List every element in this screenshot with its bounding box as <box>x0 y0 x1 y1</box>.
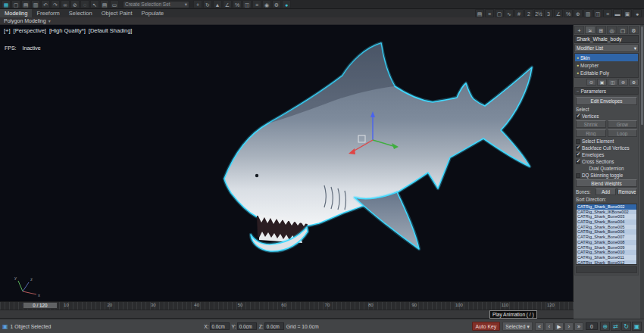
collapsed-rollout-header[interactable] <box>576 266 637 273</box>
y-coordinate-field[interactable]: 0.0cm <box>237 322 257 330</box>
display-toggle-icon[interactable]: ▢ <box>495 9 504 17</box>
bone-list-item[interactable]: CATRig_Shark_IKBone002 <box>577 210 636 215</box>
add-bone-button[interactable]: Add <box>596 188 615 195</box>
unlink-icon[interactable]: ⊘ <box>70 0 80 8</box>
render-production-icon[interactable]: ● <box>633 9 642 17</box>
blend-weights-button[interactable]: Blend Weights <box>576 179 637 187</box>
loop-button[interactable]: Loop <box>608 129 638 137</box>
modifier-stack-item-morpher[interactable]: ●Morpher <box>575 61 638 69</box>
align-icon[interactable]: ≡ <box>603 9 612 17</box>
shrink-button[interactable]: Shrink <box>576 120 606 128</box>
utilities-tab[interactable]: ⚙ <box>629 26 639 34</box>
angle-snap-icon[interactable]: ∠ <box>554 9 563 17</box>
shark-pectoral-fin[interactable] <box>355 192 419 249</box>
select-element-checkbox[interactable]: Select Element <box>576 138 637 144</box>
current-frame-field[interactable]: 0 <box>586 322 598 330</box>
select-and-scale-icon[interactable]: ▲ <box>213 0 222 8</box>
edit-envelopes-button[interactable]: Edit Envelopes <box>576 97 637 105</box>
viewport-canvas[interactable]: x y z <box>0 25 574 301</box>
remove-modifier-icon[interactable]: ⊘ <box>618 79 628 86</box>
hierarchy-tab[interactable]: ⊞ <box>596 26 606 34</box>
curve-editor-icon[interactable]: ∿ <box>505 9 514 17</box>
align-icon[interactable]: ≡ <box>252 0 261 8</box>
open-file-icon[interactable]: ▤ <box>21 0 30 8</box>
render-setup-icon[interactable]: ⚙ <box>272 0 281 8</box>
create-tab[interactable]: + <box>574 26 584 34</box>
select-and-move-icon[interactable]: + <box>193 0 202 8</box>
bone-list-item[interactable]: CATRig_Shark_Bone006 <box>577 229 636 235</box>
modifier-list-dropdown[interactable]: Modifier List ▾ <box>574 44 639 52</box>
save-file-icon[interactable]: ▥ <box>31 0 40 8</box>
bone-list-item[interactable]: CATRig_Shark_Bone011 <box>577 255 636 260</box>
snap-3d-icon[interactable]: 3 <box>544 9 553 17</box>
toggle-ribbon-icon[interactable]: ▬ <box>613 9 622 17</box>
dq-skinning-checkbox[interactable]: DQ Skinning toggle <box>576 173 637 178</box>
auto-key-button[interactable]: Auto Key <box>472 322 501 331</box>
material-editor-icon[interactable]: ◉ <box>262 0 271 8</box>
angle-snap-icon[interactable]: ∠ <box>223 0 232 8</box>
ring-button[interactable]: Ring <box>576 129 606 137</box>
pin-stack-icon[interactable]: ⊙ <box>586 79 596 86</box>
bind-to-space-warp-icon[interactable]: ◌ <box>80 0 89 8</box>
snap-25d-icon[interactable]: 2½ <box>534 9 543 17</box>
modifier-stack-item-skin[interactable]: ●Skin <box>575 54 638 61</box>
rectangular-selection-icon[interactable]: ▭ <box>110 0 119 8</box>
schematic-view-icon[interactable]: # <box>514 9 524 17</box>
parameters-rollout-header[interactable]: − Parameters <box>574 87 639 95</box>
ribbon-tab-freeform[interactable]: Freeform <box>32 9 64 17</box>
vertices-checkbox[interactable]: Vertices <box>576 114 637 119</box>
shark-model[interactable] <box>224 43 532 251</box>
scene-explorer-icon[interactable]: ≡ <box>485 9 494 17</box>
key-filter-dropdown[interactable]: Selected ▾ <box>502 322 533 331</box>
envelopes-checkbox[interactable]: Envelopes <box>576 152 637 157</box>
bone-list-item[interactable]: CATRig_Shark_Bone012 <box>577 260 636 265</box>
redo-icon[interactable]: ↷ <box>51 0 60 8</box>
remove-bone-button[interactable]: Remove <box>617 188 637 195</box>
modifier-bulb-icon[interactable]: ● <box>577 55 579 60</box>
bone-list-item[interactable]: CATRig_Shark_Bone002 <box>577 204 636 210</box>
ribbon-tab-modeling[interactable]: Modeling <box>0 9 32 17</box>
pan-icon[interactable]: ⇄ <box>611 322 621 331</box>
orbit-icon[interactable]: ↻ <box>621 322 631 331</box>
display-tab[interactable]: ▢ <box>617 26 627 34</box>
previous-frame-icon[interactable]: ‹ <box>545 322 554 331</box>
modify-tab[interactable]: ≈ <box>585 26 595 34</box>
render-icon[interactable]: ● <box>282 0 291 8</box>
viewport-menu-general[interactable]: [+] <box>4 27 11 34</box>
bone-list-item[interactable]: CATRig_Shark_Bone010 <box>577 250 636 255</box>
max-logo-icon[interactable]: ▦ <box>2 0 11 8</box>
bone-list-item[interactable]: CATRig_Shark_Bone003 <box>577 214 636 219</box>
selection-set-dropdown[interactable]: Create Selection Set ▾ <box>123 1 189 8</box>
perspective-viewport[interactable]: [+] [Perspective] [High Quality*] [Defau… <box>0 25 574 301</box>
modifier-bulb-icon[interactable]: ● <box>577 70 579 75</box>
viewport-menu-quality[interactable]: [High Quality*] <box>49 27 86 34</box>
motion-tab[interactable]: ◎ <box>607 26 617 34</box>
mirror-icon[interactable]: ◫ <box>593 9 602 17</box>
undo-icon[interactable]: ↶ <box>41 0 50 8</box>
edit-named-selections-icon[interactable]: ▥ <box>583 9 592 17</box>
percent-snap-icon[interactable]: % <box>233 0 242 8</box>
viewport-menu-pov[interactable]: [Perspective] <box>14 27 46 34</box>
panel-scrollbar[interactable] <box>640 25 644 319</box>
select-and-rotate-icon[interactable]: ↻ <box>203 0 212 8</box>
object-name-field[interactable]: Shark_Whale_body <box>574 35 639 43</box>
mirror-icon[interactable]: ◫ <box>242 0 252 8</box>
backface-cull-vertices-checkbox[interactable]: Backface Cull Vertices <box>576 145 637 151</box>
configure-modifier-sets-icon[interactable]: ⚙ <box>629 79 639 86</box>
select-link-icon[interactable]: ∞ <box>61 0 70 8</box>
go-to-start-icon[interactable]: « <box>535 322 544 331</box>
make-unique-icon[interactable]: ◫ <box>608 79 617 86</box>
new-scene-icon[interactable]: ▢ <box>11 0 20 8</box>
modifier-stack-item-editable-poly[interactable]: ●Editable Poly <box>575 69 638 76</box>
cross-sections-checkbox[interactable]: Cross Sections <box>576 159 637 164</box>
ribbon-tab-object-paint[interactable]: Object Paint <box>97 9 137 17</box>
bone-list-item[interactable]: CATRig_Shark_Bone005 <box>577 225 636 230</box>
z-coordinate-field[interactable]: 0.0cm <box>264 322 284 330</box>
maximize-viewport-icon[interactable]: ▣ <box>632 322 642 331</box>
bone-list[interactable]: CATRig_Shark_Bone002CATRig_Shark_IKBone0… <box>576 204 637 265</box>
next-frame-icon[interactable]: › <box>564 322 574 331</box>
timeline-ruler[interactable] <box>0 301 574 310</box>
snap-2d-icon[interactable]: 2 <box>524 9 533 17</box>
time-slider[interactable]: 0 / 120 <box>23 302 58 309</box>
zoom-icon[interactable]: ⊕ <box>600 322 610 331</box>
